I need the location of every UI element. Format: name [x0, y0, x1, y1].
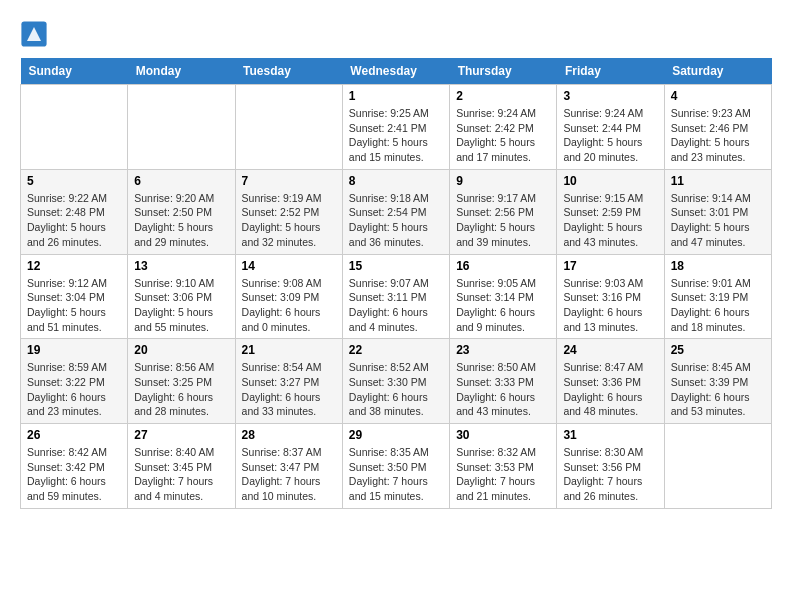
calendar-empty-cell [664, 424, 771, 509]
day-number: 14 [242, 259, 336, 273]
day-number: 7 [242, 174, 336, 188]
day-info: Sunrise: 9:10 AM Sunset: 3:06 PM Dayligh… [134, 276, 228, 335]
day-info: Sunrise: 9:18 AM Sunset: 2:54 PM Dayligh… [349, 191, 443, 250]
day-number: 10 [563, 174, 657, 188]
weekday-header-wednesday: Wednesday [342, 58, 449, 85]
weekday-header-sunday: Sunday [21, 58, 128, 85]
day-info: Sunrise: 8:35 AM Sunset: 3:50 PM Dayligh… [349, 445, 443, 504]
day-number: 30 [456, 428, 550, 442]
calendar-day-cell: 27Sunrise: 8:40 AM Sunset: 3:45 PM Dayli… [128, 424, 235, 509]
calendar-day-cell: 13Sunrise: 9:10 AM Sunset: 3:06 PM Dayli… [128, 254, 235, 339]
calendar-day-cell: 9Sunrise: 9:17 AM Sunset: 2:56 PM Daylig… [450, 169, 557, 254]
calendar-body: 1Sunrise: 9:25 AM Sunset: 2:41 PM Daylig… [21, 85, 772, 509]
day-number: 25 [671, 343, 765, 357]
day-number: 23 [456, 343, 550, 357]
day-info: Sunrise: 8:47 AM Sunset: 3:36 PM Dayligh… [563, 360, 657, 419]
logo [20, 20, 52, 48]
calendar-week-row: 12Sunrise: 9:12 AM Sunset: 3:04 PM Dayli… [21, 254, 772, 339]
day-info: Sunrise: 9:24 AM Sunset: 2:44 PM Dayligh… [563, 106, 657, 165]
weekday-header-row: SundayMondayTuesdayWednesdayThursdayFrid… [21, 58, 772, 85]
calendar-day-cell: 15Sunrise: 9:07 AM Sunset: 3:11 PM Dayli… [342, 254, 449, 339]
weekday-header-thursday: Thursday [450, 58, 557, 85]
calendar-day-cell: 22Sunrise: 8:52 AM Sunset: 3:30 PM Dayli… [342, 339, 449, 424]
day-info: Sunrise: 9:23 AM Sunset: 2:46 PM Dayligh… [671, 106, 765, 165]
day-number: 9 [456, 174, 550, 188]
day-info: Sunrise: 8:54 AM Sunset: 3:27 PM Dayligh… [242, 360, 336, 419]
logo-icon [20, 20, 48, 48]
calendar-day-cell: 19Sunrise: 8:59 AM Sunset: 3:22 PM Dayli… [21, 339, 128, 424]
calendar-day-cell: 6Sunrise: 9:20 AM Sunset: 2:50 PM Daylig… [128, 169, 235, 254]
day-info: Sunrise: 9:19 AM Sunset: 2:52 PM Dayligh… [242, 191, 336, 250]
day-info: Sunrise: 8:56 AM Sunset: 3:25 PM Dayligh… [134, 360, 228, 419]
calendar-day-cell: 17Sunrise: 9:03 AM Sunset: 3:16 PM Dayli… [557, 254, 664, 339]
calendar-day-cell: 23Sunrise: 8:50 AM Sunset: 3:33 PM Dayli… [450, 339, 557, 424]
page-header [20, 20, 772, 48]
day-number: 5 [27, 174, 121, 188]
day-number: 19 [27, 343, 121, 357]
calendar-day-cell: 11Sunrise: 9:14 AM Sunset: 3:01 PM Dayli… [664, 169, 771, 254]
day-number: 22 [349, 343, 443, 357]
day-number: 4 [671, 89, 765, 103]
day-number: 6 [134, 174, 228, 188]
day-info: Sunrise: 9:14 AM Sunset: 3:01 PM Dayligh… [671, 191, 765, 250]
calendar-empty-cell [21, 85, 128, 170]
day-number: 29 [349, 428, 443, 442]
calendar-day-cell: 1Sunrise: 9:25 AM Sunset: 2:41 PM Daylig… [342, 85, 449, 170]
day-info: Sunrise: 8:45 AM Sunset: 3:39 PM Dayligh… [671, 360, 765, 419]
day-info: Sunrise: 9:25 AM Sunset: 2:41 PM Dayligh… [349, 106, 443, 165]
calendar-day-cell: 4Sunrise: 9:23 AM Sunset: 2:46 PM Daylig… [664, 85, 771, 170]
calendar-day-cell: 12Sunrise: 9:12 AM Sunset: 3:04 PM Dayli… [21, 254, 128, 339]
day-number: 26 [27, 428, 121, 442]
calendar-empty-cell [235, 85, 342, 170]
calendar-day-cell: 21Sunrise: 8:54 AM Sunset: 3:27 PM Dayli… [235, 339, 342, 424]
calendar-day-cell: 3Sunrise: 9:24 AM Sunset: 2:44 PM Daylig… [557, 85, 664, 170]
calendar-week-row: 26Sunrise: 8:42 AM Sunset: 3:42 PM Dayli… [21, 424, 772, 509]
day-info: Sunrise: 9:03 AM Sunset: 3:16 PM Dayligh… [563, 276, 657, 335]
day-info: Sunrise: 8:32 AM Sunset: 3:53 PM Dayligh… [456, 445, 550, 504]
calendar-day-cell: 2Sunrise: 9:24 AM Sunset: 2:42 PM Daylig… [450, 85, 557, 170]
weekday-header-saturday: Saturday [664, 58, 771, 85]
day-info: Sunrise: 8:52 AM Sunset: 3:30 PM Dayligh… [349, 360, 443, 419]
day-number: 31 [563, 428, 657, 442]
day-info: Sunrise: 9:12 AM Sunset: 3:04 PM Dayligh… [27, 276, 121, 335]
day-number: 2 [456, 89, 550, 103]
weekday-header-friday: Friday [557, 58, 664, 85]
calendar-header: SundayMondayTuesdayWednesdayThursdayFrid… [21, 58, 772, 85]
calendar-day-cell: 16Sunrise: 9:05 AM Sunset: 3:14 PM Dayli… [450, 254, 557, 339]
day-info: Sunrise: 8:59 AM Sunset: 3:22 PM Dayligh… [27, 360, 121, 419]
day-number: 12 [27, 259, 121, 273]
day-info: Sunrise: 9:22 AM Sunset: 2:48 PM Dayligh… [27, 191, 121, 250]
calendar-day-cell: 31Sunrise: 8:30 AM Sunset: 3:56 PM Dayli… [557, 424, 664, 509]
calendar-day-cell: 24Sunrise: 8:47 AM Sunset: 3:36 PM Dayli… [557, 339, 664, 424]
calendar-day-cell: 30Sunrise: 8:32 AM Sunset: 3:53 PM Dayli… [450, 424, 557, 509]
day-info: Sunrise: 9:08 AM Sunset: 3:09 PM Dayligh… [242, 276, 336, 335]
calendar-week-row: 19Sunrise: 8:59 AM Sunset: 3:22 PM Dayli… [21, 339, 772, 424]
day-info: Sunrise: 9:01 AM Sunset: 3:19 PM Dayligh… [671, 276, 765, 335]
calendar-day-cell: 10Sunrise: 9:15 AM Sunset: 2:59 PM Dayli… [557, 169, 664, 254]
day-info: Sunrise: 8:50 AM Sunset: 3:33 PM Dayligh… [456, 360, 550, 419]
day-number: 18 [671, 259, 765, 273]
calendar-day-cell: 29Sunrise: 8:35 AM Sunset: 3:50 PM Dayli… [342, 424, 449, 509]
day-number: 21 [242, 343, 336, 357]
calendar-table: SundayMondayTuesdayWednesdayThursdayFrid… [20, 58, 772, 509]
day-number: 8 [349, 174, 443, 188]
day-number: 28 [242, 428, 336, 442]
calendar-day-cell: 20Sunrise: 8:56 AM Sunset: 3:25 PM Dayli… [128, 339, 235, 424]
day-number: 27 [134, 428, 228, 442]
day-number: 16 [456, 259, 550, 273]
day-info: Sunrise: 9:17 AM Sunset: 2:56 PM Dayligh… [456, 191, 550, 250]
calendar-day-cell: 8Sunrise: 9:18 AM Sunset: 2:54 PM Daylig… [342, 169, 449, 254]
day-info: Sunrise: 9:20 AM Sunset: 2:50 PM Dayligh… [134, 191, 228, 250]
calendar-day-cell: 28Sunrise: 8:37 AM Sunset: 3:47 PM Dayli… [235, 424, 342, 509]
day-number: 3 [563, 89, 657, 103]
day-info: Sunrise: 8:30 AM Sunset: 3:56 PM Dayligh… [563, 445, 657, 504]
calendar-day-cell: 7Sunrise: 9:19 AM Sunset: 2:52 PM Daylig… [235, 169, 342, 254]
calendar-empty-cell [128, 85, 235, 170]
calendar-week-row: 5Sunrise: 9:22 AM Sunset: 2:48 PM Daylig… [21, 169, 772, 254]
day-info: Sunrise: 8:40 AM Sunset: 3:45 PM Dayligh… [134, 445, 228, 504]
weekday-header-monday: Monday [128, 58, 235, 85]
calendar-day-cell: 5Sunrise: 9:22 AM Sunset: 2:48 PM Daylig… [21, 169, 128, 254]
day-number: 11 [671, 174, 765, 188]
calendar-week-row: 1Sunrise: 9:25 AM Sunset: 2:41 PM Daylig… [21, 85, 772, 170]
day-number: 24 [563, 343, 657, 357]
